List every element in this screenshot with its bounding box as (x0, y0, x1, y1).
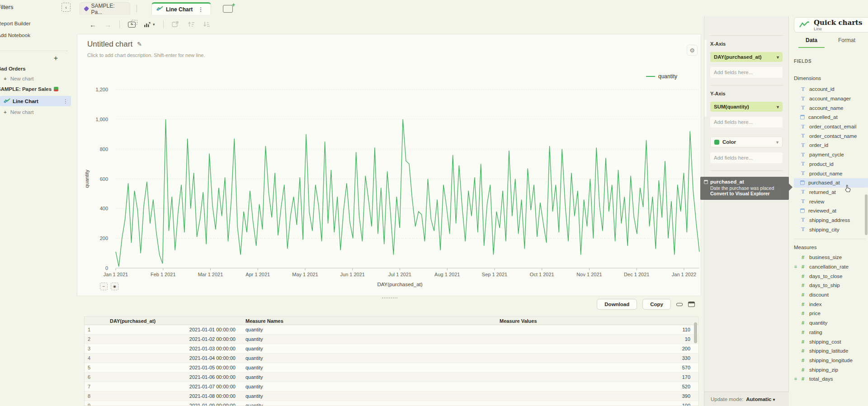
number-type-icon: # (800, 348, 806, 354)
tab-menu-icon[interactable]: ⋮ (195, 6, 206, 13)
table-row[interactable]: 12021-01-01 00:00:00quantity110 (85, 325, 698, 335)
measure-item-business_size[interactable]: #business_size (794, 253, 868, 262)
column-header[interactable]: Measure Names (240, 318, 493, 324)
dimension-item-payment_cycle[interactable]: Tpayment_cycle (794, 150, 868, 160)
zoom-reset-button[interactable]: ◉ (111, 283, 118, 290)
fields-scrollbar[interactable] (865, 194, 868, 235)
measure-item-rating[interactable]: #rating (794, 328, 868, 337)
new-tab-button[interactable]: + (223, 5, 233, 13)
measures-label: Measures (794, 245, 868, 250)
dimension-item-order_contact_email[interactable]: Torder_contact_email (794, 122, 868, 132)
table-cell: 1 (85, 327, 104, 332)
sidebar-item-new-chart[interactable]: +New chart (4, 76, 71, 81)
measure-item-price[interactable]: #price (794, 309, 868, 318)
y-axis-field-pill[interactable]: SUM(quantity) ▾ (710, 102, 783, 112)
sidebar-item-report-builder[interactable]: Report Builder (0, 21, 70, 26)
tab-line-chart[interactable]: Line Chart ⋮ (151, 2, 211, 15)
dimension-item-cancelled_at[interactable]: cancelled_at (794, 113, 868, 122)
table-row[interactable]: 72021-01-07 00:00:00quantity520 (85, 382, 698, 392)
sidebar-item-add-notebook[interactable]: Add Notebook (0, 33, 70, 38)
duplicate-chart-icon[interactable]: + (128, 22, 136, 28)
resize-handle[interactable] (382, 297, 397, 299)
sidebar-group-sample-paper-sales[interactable]: SAMPLE: Paper Sales (0, 86, 70, 92)
field-label: shipping_city (809, 227, 839, 232)
svg-text:Mar 1 2021: Mar 1 2021 (198, 272, 223, 277)
table-row[interactable]: 32021-01-03 00:00:00quantity200 (85, 344, 698, 354)
forward-button[interactable]: → (104, 21, 111, 28)
dimension-item-account_id[interactable]: Taccount_id (794, 85, 868, 94)
sidebar-item-new-chart-2[interactable]: +New chart (4, 109, 71, 115)
move-to-canvas-icon[interactable] (172, 21, 179, 28)
table-cell: 200 (493, 346, 698, 351)
number-type-icon: # (800, 339, 806, 345)
measure-item-discount[interactable]: #discount (794, 290, 868, 300)
dimension-item-returned_at[interactable]: Treturned_at (794, 188, 868, 197)
dimension-item-order_id[interactable]: Torder_id (794, 141, 868, 150)
chart-description-placeholder[interactable]: Click to add chart description. Shift-en… (87, 52, 205, 58)
divider (710, 85, 783, 85)
line-chart-icon (4, 97, 10, 105)
table-row[interactable]: 22021-01-02 00:00:00quantity10 (85, 335, 698, 344)
table-row[interactable]: 52021-01-05 00:00:00quantity570 (85, 363, 698, 373)
x-axis-field-pill[interactable]: DAY(purchased_at) ▾ (710, 52, 783, 62)
download-button[interactable]: Download (597, 299, 637, 310)
table-scrollbar[interactable] (694, 322, 697, 343)
collapse-table-icon[interactable] (676, 303, 683, 306)
kebab-menu-icon[interactable]: ⋮ (60, 98, 71, 104)
table-cell: 570 (493, 365, 698, 370)
expand-table-icon[interactable] (688, 302, 695, 307)
dimension-item-product_id[interactable]: Tproduct_id (794, 160, 868, 169)
chart-title[interactable]: Untitled chart (87, 40, 132, 49)
x-axis-add-field[interactable]: Add fields here... (710, 67, 783, 78)
sort-ascending-icon[interactable] (188, 21, 195, 28)
measure-item-shipping_cost[interactable]: #shipping_cost (794, 337, 868, 346)
fields-panel-tabs: Data Format (794, 37, 868, 47)
table-row[interactable]: 42021-01-04 00:00:00quantity330 (85, 354, 698, 363)
measure-item-cancellation_rate[interactable]: =#cancellation_rate (794, 262, 868, 272)
number-type-icon: # (800, 274, 806, 279)
measure-item-days_to_ship[interactable]: #days_to_ship (794, 281, 868, 290)
back-button[interactable]: ← (90, 21, 96, 28)
dimension-item-account_manager[interactable]: Taccount_manager (794, 94, 868, 104)
measure-item-shipping_latitude[interactable]: #shipping_latitude (794, 346, 868, 356)
dimension-item-account_name[interactable]: Taccount_name (794, 103, 868, 113)
tooltip-action-convert[interactable]: Convert to Visual Explorer (710, 191, 785, 196)
dimension-item-shipping_city[interactable]: Tshipping_city (794, 225, 868, 234)
measure-item-index[interactable]: #index (794, 299, 868, 309)
dimension-item-review[interactable]: Treview (794, 197, 868, 206)
measure-item-days_to_close[interactable]: #days_to_close (794, 271, 868, 281)
zoom-out-button[interactable]: − (100, 283, 108, 290)
copy-button[interactable]: Copy (642, 299, 671, 310)
measure-item-shipping_longitude[interactable]: #shipping_longitude (794, 356, 868, 365)
color-add-field[interactable]: Add fields here... (710, 152, 783, 163)
column-header[interactable]: Measure Values (493, 318, 698, 324)
table-row[interactable]: 62021-01-06 00:00:00quantity170 (85, 373, 698, 382)
table-row[interactable]: 92021-01-09 00:00:00quantity100 (85, 401, 698, 406)
tab-format[interactable]: Format (829, 37, 864, 47)
sidebar-group-bad-orders[interactable]: Bad Orders (0, 66, 70, 71)
tab-data[interactable]: Data (794, 37, 829, 47)
dimension-item-purchased_at[interactable]: purchased_at (794, 178, 868, 188)
edit-title-icon[interactable]: ✎ (137, 41, 142, 47)
tab-sample-paper-sales[interactable]: SAMPLE: Pa... (80, 2, 130, 15)
dimension-item-shipping_address[interactable]: Tshipping_address (794, 216, 868, 225)
config-panel-scrollbar[interactable] (704, 40, 707, 117)
update-mode-select[interactable]: Automatic ▾ (746, 397, 775, 402)
color-section[interactable]: Color ▾ (710, 137, 783, 147)
measure-item-total_days[interactable]: =#total_days (794, 374, 868, 384)
chart-settings-button[interactable]: ⚙ (687, 45, 698, 56)
table-row[interactable]: 82021-01-08 00:00:00quantity390 (85, 392, 698, 401)
field-label: account_name (809, 105, 843, 111)
sidebar-item-line-chart[interactable]: Line Chart ⋮ (0, 96, 71, 106)
column-header[interactable]: DAY(purchased_at) (104, 318, 240, 324)
y-axis-add-field[interactable]: Add fields here... (710, 117, 783, 127)
collapse-sidebar-button[interactable]: ‹ (61, 3, 71, 12)
measure-item-quantity[interactable]: #quantity (794, 318, 868, 328)
add-item-button[interactable]: + (54, 54, 58, 62)
dimension-item-order_contact_name[interactable]: Torder_contact_name (794, 131, 868, 141)
measure-item-shipping_zip[interactable]: #shipping_zip (794, 365, 868, 374)
sort-descending-icon[interactable] (203, 21, 210, 28)
dimension-item-reviewed_at[interactable]: reviewed_at (794, 206, 868, 216)
dimension-item-product_name[interactable]: Tproduct_name (794, 169, 868, 178)
remove-chart-dropdown[interactable]: ▾ (144, 22, 155, 28)
